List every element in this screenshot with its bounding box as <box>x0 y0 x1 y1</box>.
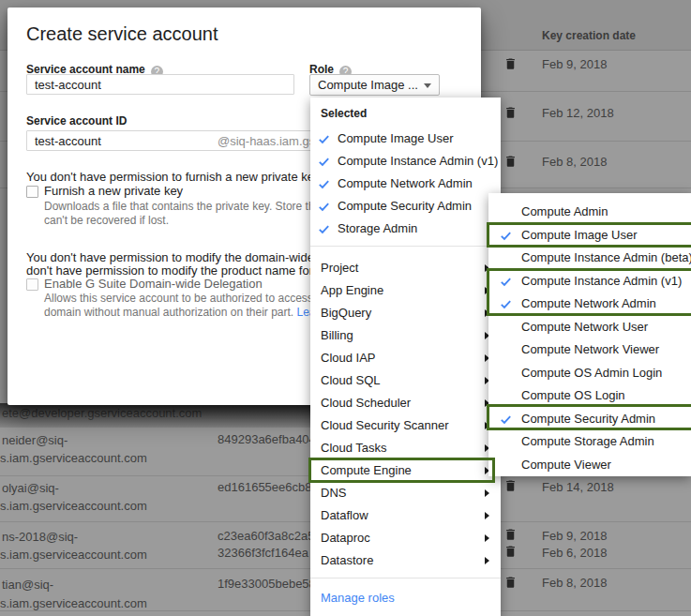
furnish-description: can't be recovered if lost. <box>44 214 169 227</box>
check-icon <box>317 132 331 146</box>
submenu-item-compute-network-user[interactable]: Compute Network User <box>488 316 691 339</box>
menu-divider <box>310 246 501 247</box>
service-account-id-domain-suffix: @siq-haas.iam.gs <box>218 131 315 152</box>
service-account-name-input[interactable] <box>26 74 294 95</box>
role-category-cloud-tasks[interactable]: Cloud Tasks <box>310 437 501 459</box>
role-category-cloud-scheduler[interactable]: Cloud Scheduler <box>310 392 501 414</box>
private-key-permission-note: You don't have permission to furnish a n… <box>26 170 323 184</box>
gsuite-description: domain without manual authorization on t… <box>44 306 338 319</box>
role-category-cloud-sql[interactable]: Cloud SQL <box>310 369 501 392</box>
obscured-email: ete@developer.gserviceaccount.com <box>2 406 202 420</box>
role-category-project[interactable]: Project <box>310 257 501 279</box>
key-date: Feb 14, 2018 <box>542 480 614 494</box>
submenu-arrow-icon <box>485 534 489 542</box>
submenu-item-compute-os-login[interactable]: Compute OS Login <box>488 384 691 408</box>
furnish-private-key-checkbox[interactable] <box>26 186 38 198</box>
submenu-item-compute-storage-admin[interactable]: Compute Storage Admin <box>488 430 691 454</box>
submenu-item-compute-os-admin-login[interactable]: Compute OS Admin Login <box>488 362 691 385</box>
role-select-value: Compute Image ... <box>318 78 418 92</box>
role-category-bigquery[interactable]: BigQuery <box>310 302 501 324</box>
key-date: Feb 6, 2018 <box>542 546 607 560</box>
account-email: s.iam.gserviceaccount.com <box>0 499 147 513</box>
key-id: ed161655ee6cb8 <box>218 480 312 494</box>
check-icon <box>499 229 513 243</box>
submenu-item-compute-security-admin[interactable]: Compute Security Admin <box>488 408 691 431</box>
account-email: s.iam.gserviceaccount.com <box>0 548 147 562</box>
role-category-dataflow[interactable]: Dataflow <box>310 504 501 527</box>
furnish-description: Downloads a file that contains the priva… <box>44 200 332 213</box>
delete-key-icon[interactable] <box>503 105 518 120</box>
key-date: Feb 12, 2018 <box>542 106 614 120</box>
selected-role-item[interactable]: Compute Image User <box>310 128 501 150</box>
key-date: Feb 9, 2018 <box>542 529 607 543</box>
role-category-dataproc[interactable]: Dataproc <box>310 527 501 549</box>
delete-key-icon[interactable] <box>503 478 518 493</box>
gsuite-delegation-checkbox[interactable] <box>26 278 38 291</box>
check-icon <box>499 275 513 289</box>
manage-roles-link[interactable]: Manage roles <box>321 585 395 611</box>
check-icon <box>317 200 331 214</box>
submenu-arrow-icon <box>485 512 489 519</box>
submenu-item-compute-viewer[interactable]: Compute Viewer <box>488 454 691 477</box>
check-icon <box>317 222 331 236</box>
service-account-id-label: Service account ID <box>26 114 127 128</box>
role-category-compute-engine[interactable]: Compute Engine <box>310 459 501 482</box>
submenu-arrow-icon <box>485 489 489 497</box>
submenu-item-compute-instance-admin-beta[interactable]: Compute Instance Admin (beta) <box>488 247 691 270</box>
submenu-item-compute-admin[interactable]: Compute Admin <box>488 201 691 224</box>
check-icon <box>499 413 513 427</box>
account-email: s.iam.gserviceaccount.com <box>0 451 147 465</box>
check-icon <box>317 177 331 191</box>
furnish-private-key-label: Furnish a new private key <box>44 184 183 198</box>
submenu-arrow-icon <box>485 557 489 564</box>
selected-role-item[interactable]: Storage Admin <box>310 218 501 240</box>
selected-role-item[interactable]: Compute Security Admin <box>310 195 501 218</box>
gsuite-description: Allows this service account to be author… <box>44 292 327 305</box>
role-category-datastore[interactable]: Datastore <box>310 549 501 572</box>
role-category-app-engine[interactable]: App Engine <box>310 279 501 302</box>
check-icon <box>499 297 513 311</box>
role-category-cloud-iap[interactable]: Cloud IAP <box>310 347 501 369</box>
screen: Key creation date Feb 9, 2018 Feb 12, 20… <box>0 0 691 616</box>
delete-key-icon[interactable] <box>503 154 518 169</box>
submenu-item-compute-image-user[interactable]: Compute Image User <box>488 224 691 248</box>
role-category-cloud-security-scanner[interactable]: Cloud Security Scanner <box>310 414 501 437</box>
key-id: 32366f3fcf164ea <box>218 546 308 560</box>
account-email: olyai@siq- <box>2 481 59 495</box>
key-date: Feb 8, 2018 <box>542 576 607 590</box>
account-email: neider@siq- <box>2 433 68 447</box>
dialog-title: Create service account <box>26 23 218 45</box>
domain-permission-note: don't have permission to modify the prod… <box>26 263 326 278</box>
submenu-item-compute-network-admin[interactable]: Compute Network Admin <box>488 293 691 316</box>
compute-engine-submenu: Compute Admin Compute Image User Compute… <box>488 193 691 476</box>
account-email: s.iam.gserviceaccount.com <box>0 596 147 610</box>
delete-key-icon[interactable] <box>503 527 518 542</box>
delete-key-icon[interactable] <box>503 56 518 71</box>
domain-permission-note: You don't have permission to modify the … <box>26 250 331 264</box>
submenu-item-compute-instance-admin-v1[interactable]: Compute Instance Admin (v1) <box>488 270 691 293</box>
selected-role-item[interactable]: Compute Network Admin <box>310 173 501 195</box>
role-select[interactable]: Compute Image ... <box>309 74 440 96</box>
account-email: ns-2018@siq- <box>2 530 78 544</box>
key-id: c23ea60f3a8c2a5 <box>218 529 314 543</box>
key-id: 849293a6efba404 <box>218 432 316 446</box>
key-date: Feb 8, 2018 <box>542 155 607 169</box>
role-category-dns[interactable]: DNS <box>310 482 501 504</box>
role-dropdown-menu: Selected Compute Image User Compute Inst… <box>310 98 501 616</box>
selected-section-header: Selected <box>321 107 367 120</box>
chevron-down-icon <box>424 83 431 88</box>
delete-key-icon[interactable] <box>503 544 518 559</box>
selected-role-item[interactable]: Compute Instance Admin (v1) <box>310 150 501 173</box>
account-email: tian@siq- <box>2 578 53 592</box>
key-id: 1f9e33005bebe58 <box>218 577 316 591</box>
key-date: Feb 9, 2018 <box>542 57 607 71</box>
menu-divider <box>310 578 501 578</box>
submenu-item-compute-network-viewer[interactable]: Compute Network Viewer <box>488 338 691 362</box>
key-creation-date-header: Key creation date <box>542 29 636 42</box>
check-icon <box>317 155 331 169</box>
delete-key-icon[interactable] <box>503 575 518 590</box>
role-category-billing[interactable]: Billing <box>310 324 501 347</box>
gsuite-delegation-label: Enable G Suite Domain-wide Delegation <box>44 277 263 291</box>
